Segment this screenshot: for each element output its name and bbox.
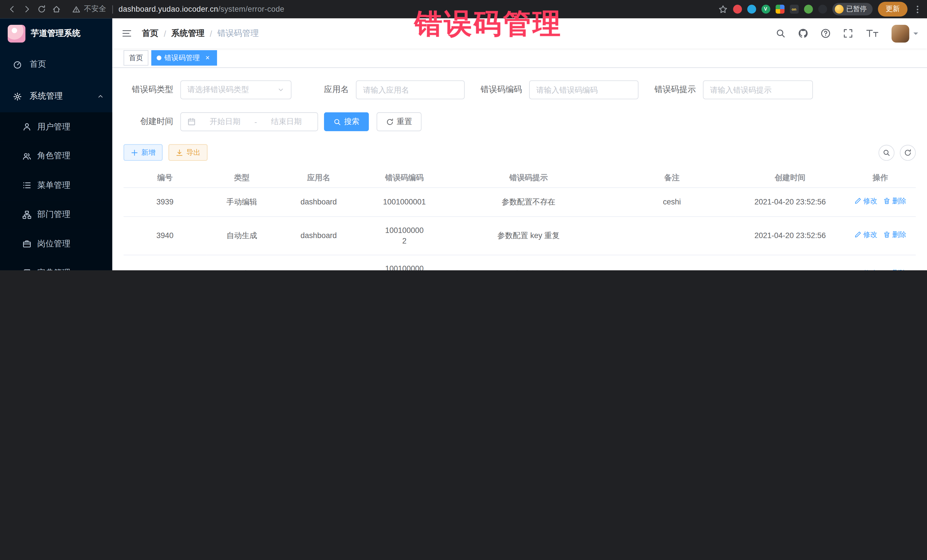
breadcrumb-item[interactable]: 首页 [142, 28, 158, 38]
app-name-input[interactable] [356, 80, 465, 99]
column-header: 创建时间 [736, 168, 845, 188]
chevron-down-icon [277, 87, 284, 94]
edit-link[interactable]: 修改 [854, 196, 877, 206]
sidebar-item-label: 系统管理 [30, 91, 63, 102]
font-size-icon[interactable] [865, 28, 879, 38]
fullscreen-icon[interactable] [843, 28, 853, 38]
tag-item[interactable]: 错误码管理× [152, 50, 217, 65]
edit-icon [854, 270, 862, 270]
user-avatar-menu[interactable] [892, 24, 918, 42]
tag-close-icon[interactable]: × [204, 54, 212, 62]
browser-forward-button[interactable] [20, 2, 34, 17]
browser-back-button[interactable] [5, 2, 20, 17]
hamburger-icon[interactable] [121, 28, 132, 39]
date-range-picker[interactable]: 开始日期 - 结束日期 [180, 112, 318, 131]
sidebar-item[interactable]: 字典管理 [0, 259, 112, 270]
back-icon [8, 5, 17, 14]
delete-link[interactable]: 删除 [883, 230, 906, 240]
sidebar-item[interactable]: 系统管理 [0, 80, 112, 112]
reset-button[interactable]: 重置 [377, 112, 422, 131]
profile-paused-chip[interactable]: 已暂停 [832, 3, 872, 15]
date-separator: - [254, 117, 257, 126]
sidebar-item[interactable]: 岗位管理 [0, 229, 112, 259]
sidebar-item[interactable]: 角色管理 [0, 141, 112, 171]
table-row: 3941自动生成dashboard100100000 3不能删除类型为系统内置的… [123, 255, 916, 270]
sidebar-item-label: 部门管理 [37, 209, 70, 220]
date-end-placeholder: 结束日期 [262, 116, 311, 127]
app-name-label: 应用名 [324, 84, 356, 95]
create-time-label: 创建时间 [123, 116, 180, 127]
cell-app: dashboard [277, 188, 360, 216]
error-hint-label: 错误码提示 [654, 84, 703, 95]
app-logo[interactable]: 芋道管理系统 [0, 18, 112, 49]
header-search-icon[interactable] [775, 28, 786, 38]
extension-icon[interactable]: on [790, 5, 798, 14]
url-domain: dashboard.yudao.iocoder.cn [119, 5, 218, 14]
breadcrumb-separator: / [164, 29, 166, 38]
cell-remark: ceshi [608, 188, 736, 216]
content: 错误码类型 请选择错误码类型 应用名 错误码编码 错误码提示 创建时间 [112, 68, 927, 270]
extension-icon[interactable] [804, 5, 813, 14]
extension-icon[interactable] [818, 5, 827, 14]
cell-msg: 参数配置不存在 [449, 188, 608, 216]
search-button[interactable]: 搜索 [324, 112, 369, 131]
site-security-chip[interactable]: 不安全 [72, 4, 106, 14]
search-button-label: 搜索 [344, 116, 359, 127]
filter-row-2: 创建时间 开始日期 - 结束日期 搜索 重置 [123, 112, 916, 131]
add-button[interactable]: 新增 [123, 144, 163, 161]
error-hint-input[interactable] [703, 80, 813, 99]
url-path: /system/error-code [218, 5, 284, 14]
sidebar-item[interactable]: 菜单管理 [0, 171, 112, 200]
extension-icon[interactable]: V [761, 5, 770, 14]
browser-update-button[interactable]: 更新 [878, 2, 907, 17]
edit-link[interactable]: 修改 [854, 269, 877, 270]
browser-reload-button[interactable] [34, 2, 49, 17]
sidebar-item[interactable]: 用户管理 [0, 112, 112, 142]
cell-created: 2021-04-20 23:52:56 [736, 216, 845, 255]
sidebar-item-label: 菜单管理 [37, 180, 70, 191]
edit-link[interactable]: 修改 [854, 230, 877, 240]
extension-icon[interactable] [733, 5, 742, 14]
app-title: 芋道管理系统 [31, 28, 81, 38]
cell-actions: 修改删除 [845, 188, 916, 216]
date-start-placeholder: 开始日期 [201, 116, 250, 127]
sidebar: 芋道管理系统 首页系统管理用户管理角色管理菜单管理部门管理岗位管理字典管理通知公… [0, 18, 112, 270]
address-bar[interactable]: dashboard.yudao.iocoder.cn/system/error-… [119, 5, 284, 14]
column-header: 编号 [123, 168, 206, 188]
export-button[interactable]: 导出 [169, 144, 208, 161]
refresh-table-button[interactable] [900, 144, 916, 161]
column-header: 类型 [206, 168, 277, 188]
sidebar-item[interactable]: 部门管理 [0, 200, 112, 229]
error-type-select[interactable]: 请选择错误码类型 [180, 80, 292, 99]
browser-home-button[interactable] [49, 2, 64, 17]
bookmark-star-icon[interactable] [718, 5, 727, 14]
breadcrumb-item[interactable]: 系统管理 [172, 28, 205, 38]
sidebar-item[interactable]: 首页 [0, 49, 112, 80]
cell-id: 3941 [123, 255, 206, 270]
github-icon[interactable] [798, 28, 808, 38]
org-tree-icon [23, 210, 31, 219]
error-type-label: 错误码类型 [123, 84, 180, 95]
delete-link[interactable]: 删除 [883, 269, 906, 270]
error-type-placeholder: 请选择错误码类型 [187, 84, 249, 95]
toggle-search-button[interactable] [878, 144, 895, 161]
extension-icon[interactable] [775, 5, 784, 14]
plus-icon [131, 149, 138, 156]
delete-link[interactable]: 删除 [883, 196, 906, 206]
tagbar: 首页错误码管理× [112, 49, 927, 68]
error-code-input[interactable] [529, 80, 638, 99]
cell-msg: 不能删除类型为系统内置的参数配置 [449, 255, 608, 270]
cell-app: dashboard [277, 216, 360, 255]
browser-menu-icon[interactable] [913, 5, 922, 14]
forward-icon [23, 5, 31, 14]
users-icon [23, 152, 31, 161]
dashboard-icon [13, 60, 22, 69]
extension-icon[interactable] [747, 5, 756, 14]
help-icon[interactable] [821, 28, 831, 38]
search-icon [883, 149, 891, 156]
delete-icon [883, 197, 891, 205]
gear-icon [13, 92, 22, 101]
tag-item[interactable]: 首页 [123, 50, 148, 65]
cell-code: 100100000 2 [360, 216, 449, 255]
breadcrumb: 首页/系统管理/错误码管理 [142, 28, 259, 38]
